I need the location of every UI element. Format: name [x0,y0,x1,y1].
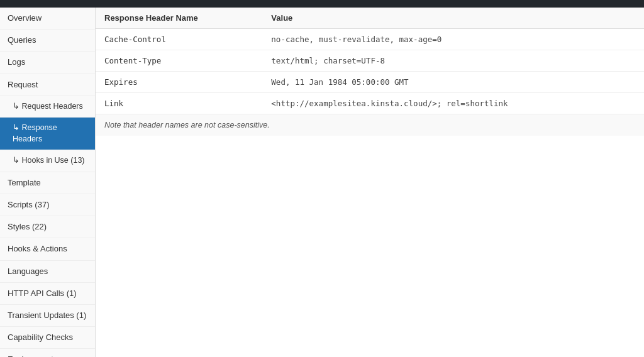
sidebar-item-languages[interactable]: Languages [0,261,95,283]
table-row: ExpiresWed, 11 Jan 1984 05:00:00 GMT [96,72,644,93]
sidebar-item-request[interactable]: Request [0,74,95,96]
sidebar-item-transient-updates[interactable]: Transient Updates (1) [0,305,95,327]
cell-header-value: no-cache, must-revalidate, max-age=0 [262,29,644,50]
cell-header-value: Wed, 11 Jan 1984 05:00:00 GMT [262,72,644,93]
sidebar-item-logs[interactable]: Logs [0,52,95,74]
table-row: Content-Typetext/html; charset=UTF-8 [96,50,644,72]
content-area: Response Header Name Value Cache-Control… [96,8,644,357]
cell-header-value: <http://examplesitea.kinsta.cloud/>; rel… [262,93,644,114]
sidebar-item-capability-checks[interactable]: Capability Checks [0,327,95,349]
sidebar-item-queries[interactable]: Queries [0,30,95,52]
sidebar-item-hooks-in-use[interactable]: ↳ Hooks in Use (13) [0,150,95,172]
sidebar-item-request-headers[interactable]: ↳ Request Headers [0,96,95,118]
sidebar-item-http-api-calls[interactable]: HTTP API Calls (1) [0,283,95,305]
cell-header-name: Cache-Control [96,29,262,50]
col-header-name: Response Header Name [96,8,262,29]
sidebar-item-overview[interactable]: Overview [0,8,95,30]
sidebar-item-response-headers[interactable]: ↳ Response Headers [0,118,95,150]
cell-header-name: Content-Type [96,50,262,72]
table-header: Response Header Name Value [96,8,644,29]
response-headers-table: Response Header Name Value Cache-Control… [96,8,644,114]
cell-header-name: Link [96,93,262,114]
title-bar [0,0,644,8]
col-header-value: Value [262,8,644,29]
table-body: Cache-Controlno-cache, must-revalidate, … [96,29,644,114]
sidebar-item-environment[interactable]: Environment [0,349,95,357]
app-container: OverviewQueriesLogsRequest↳ Request Head… [0,0,644,357]
note-row: Note that header names are not case-sens… [96,114,644,136]
sidebar: OverviewQueriesLogsRequest↳ Request Head… [0,8,96,357]
main-content: OverviewQueriesLogsRequest↳ Request Head… [0,8,644,357]
sidebar-item-hooks-actions[interactable]: Hooks & Actions [0,238,95,260]
table-row: Cache-Controlno-cache, must-revalidate, … [96,29,644,50]
table-row: Link<http://examplesitea.kinsta.cloud/>;… [96,93,644,114]
cell-header-value: text/html; charset=UTF-8 [262,50,644,72]
sidebar-item-scripts[interactable]: Scripts (37) [0,194,95,216]
sidebar-item-styles[interactable]: Styles (22) [0,216,95,238]
cell-header-name: Expires [96,72,262,93]
sidebar-item-template[interactable]: Template [0,172,95,194]
